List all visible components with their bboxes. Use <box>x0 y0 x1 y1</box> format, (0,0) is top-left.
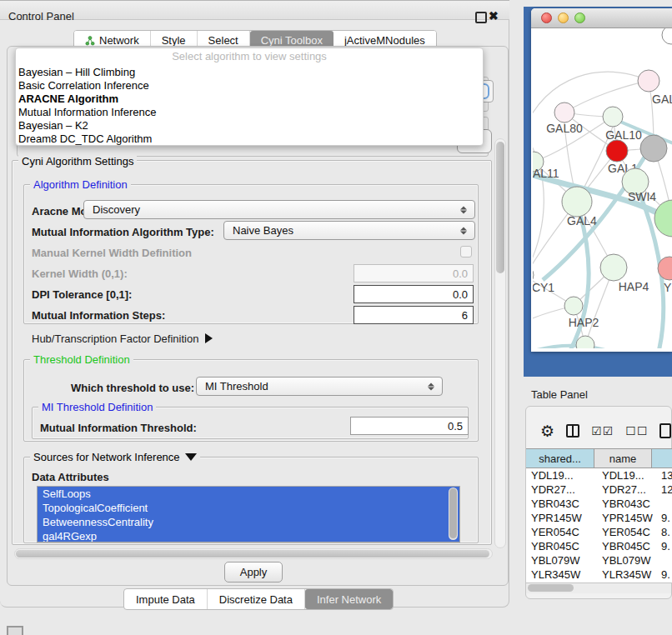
zoom-traffic-light-icon[interactable] <box>574 12 585 23</box>
table-body: YDL19...YDL19...13YDR27...YDR27...12YBR0… <box>526 468 672 582</box>
expand-right-icon <box>205 333 213 343</box>
kernel-width-field[interactable]: 0.0 <box>354 264 474 282</box>
table-row[interactable]: YBR045CYBR045C9. <box>526 539 672 553</box>
node-label: GAL11 <box>533 167 559 180</box>
close-icon[interactable]: ✖ <box>489 9 499 22</box>
network-edge <box>564 81 649 112</box>
algorithm-option[interactable]: ARACNE Algorithm <box>18 92 118 105</box>
attribute-list-item[interactable]: TopologicalCoefficient <box>38 501 459 515</box>
tab-infer-network[interactable]: Infer Network <box>305 589 393 609</box>
table-cell: 9. <box>656 539 672 553</box>
table-cell: YDR27... <box>597 482 656 497</box>
kernel-width-label: Kernel Width (0,1): <box>32 268 128 280</box>
bottom-tabbar: Impute Data Discretize Data Infer Networ… <box>123 588 394 610</box>
node-bottom[interactable] <box>576 336 594 348</box>
network-edge <box>533 346 672 348</box>
node-gal7[interactable] <box>638 70 659 92</box>
algorithm-option[interactable]: Basic Correlation Inference <box>18 79 149 92</box>
unchecked-pair-icon[interactable]: ☐☐ <box>625 424 648 438</box>
data-attributes-label: Data Attributes <box>32 471 109 483</box>
gear-icon[interactable]: ⚙ <box>540 423 554 439</box>
page-icon[interactable] <box>659 423 671 438</box>
close-traffic-light-icon[interactable] <box>541 12 552 23</box>
column-header-shared[interactable]: shared... <box>526 449 594 468</box>
collapsed-panel-icon[interactable] <box>7 626 23 635</box>
settings-horizontal-scrollbar-thumb[interactable] <box>16 550 489 558</box>
which-threshold-select[interactable]: MI Threshold <box>196 377 443 396</box>
split-columns-icon[interactable] <box>566 424 579 438</box>
table-row[interactable]: YER054CYER054C8. <box>526 525 672 539</box>
mi-threshold-field[interactable]: 0.5 <box>350 417 469 435</box>
table-cell: 9. <box>656 511 672 525</box>
table-cell <box>656 497 672 511</box>
tab-impute-data[interactable]: Impute Data <box>124 589 208 609</box>
settings-vertical-scrollbar-thumb[interactable] <box>496 142 504 273</box>
table-header: shared... name <box>526 448 672 468</box>
checked-pair-icon[interactable]: ☑☑ <box>591 424 614 438</box>
algorithm-option[interactable]: Dream8 DC_TDC Algorithm <box>18 132 152 145</box>
algorithm-option[interactable]: Bayesian – Hill Climbing <box>18 66 135 78</box>
table-cell: YLR345W <box>597 568 656 582</box>
attributes-list-scrollbar-thumb[interactable] <box>449 488 457 538</box>
hub-section-toggle[interactable]: Hub/Transcription Factor Definition <box>32 332 213 345</box>
node-gray[interactable] <box>640 135 667 162</box>
node-label: Y <box>664 281 672 294</box>
node-gal4[interactable] <box>562 187 592 217</box>
attribute-list-item[interactable]: BetweennessCentrality <box>38 515 459 529</box>
table-cell: YBR043C <box>597 497 656 511</box>
aracne-mode-select[interactable]: Discovery <box>83 200 475 219</box>
table-row[interactable]: YPR145WYPR145W9. <box>526 511 672 525</box>
minimize-traffic-light-icon[interactable] <box>558 12 569 23</box>
node-label: SWI4 <box>628 190 656 203</box>
table-panel-title: Table Panel <box>531 388 588 401</box>
column-header-clipped[interactable] <box>652 449 672 468</box>
table-cell: YPR145W <box>526 511 597 525</box>
node-gal1[interactable] <box>606 140 628 162</box>
table-row[interactable]: YLR345WYLR345W9. <box>526 568 672 582</box>
node-label: GAL80 <box>546 122 583 135</box>
manual-kernel-checkbox[interactable] <box>460 246 472 258</box>
attribute-list-item[interactable]: SelfLoops <box>38 487 459 501</box>
node-hap2[interactable] <box>564 297 583 315</box>
network-canvas[interactable]: GALGAL80GAL10GAL1GAL11SWI4GAL4GCY1HAP4YH… <box>533 28 672 348</box>
stepper-arrows-icon <box>460 206 467 213</box>
table-cell: YPR145W <box>597 511 656 525</box>
column-header-name[interactable]: name <box>594 449 652 468</box>
table-cell: 12 <box>656 482 672 497</box>
control-panel-title: Control Panel <box>8 10 74 22</box>
algorithm-option[interactable]: Bayesian – K2 <box>18 119 88 132</box>
node-gal10[interactable] <box>603 107 623 127</box>
table-row[interactable]: YDR27...YDR27...12 <box>526 482 672 497</box>
table-toolbar: ⚙ ☑☑ ☐☐ <box>526 414 671 448</box>
node-gal80[interactable] <box>554 102 574 122</box>
node-top[interactable] <box>662 28 672 44</box>
sources-group-title[interactable]: Sources for Network Inference <box>30 451 200 463</box>
network-graph: GALGAL80GAL10GAL1GAL11SWI4GAL4GCY1HAP4YH… <box>533 28 672 348</box>
apply-button[interactable]: Apply <box>224 562 283 582</box>
node-hap4[interactable] <box>600 254 627 281</box>
mi-type-select[interactable]: Naive Bayes <box>223 221 475 240</box>
mi-steps-field[interactable]: 6 <box>354 306 474 324</box>
mi-steps-label: Mutual Information Steps: <box>32 309 165 322</box>
table-row[interactable]: YBR043CYBR043C <box>526 497 672 511</box>
algorithm-definition-title: Algorithm Definition <box>30 178 131 191</box>
table-horizontal-scrollbar-thumb[interactable] <box>528 584 574 592</box>
node-label: GCY1 <box>533 281 554 294</box>
network-icon <box>85 36 95 46</box>
table-cell: YBR043C <box>526 497 597 511</box>
algorithm-option[interactable]: Mutual Information Inference <box>18 106 156 118</box>
table-cell: YDR27... <box>526 482 597 497</box>
network-window-titlebar[interactable] <box>531 8 672 28</box>
dpi-tolerance-field[interactable]: 0.0 <box>354 285 474 303</box>
data-attributes-list[interactable]: SelfLoopsTopologicalCoefficientBetweenne… <box>37 486 460 542</box>
app-root: Control Panel ✖ Network Style Select Cyn… <box>0 0 672 635</box>
attribute-list-item[interactable]: gal4RGexp <box>38 529 459 542</box>
mi-type-label: Mutual Information Algorithm Type: <box>32 226 214 238</box>
mi-threshold-label: Mutual Information Threshold: <box>40 422 197 434</box>
node-label: GAL10 <box>605 128 642 142</box>
tab-discretize-data[interactable]: Discretize Data <box>208 589 305 609</box>
table-row[interactable]: YDL19...YDL19...13 <box>526 468 672 482</box>
node-big-green[interactable] <box>654 200 672 237</box>
float-window-icon[interactable] <box>475 12 487 23</box>
table-row[interactable]: YBL079WYBL079W <box>526 553 672 568</box>
